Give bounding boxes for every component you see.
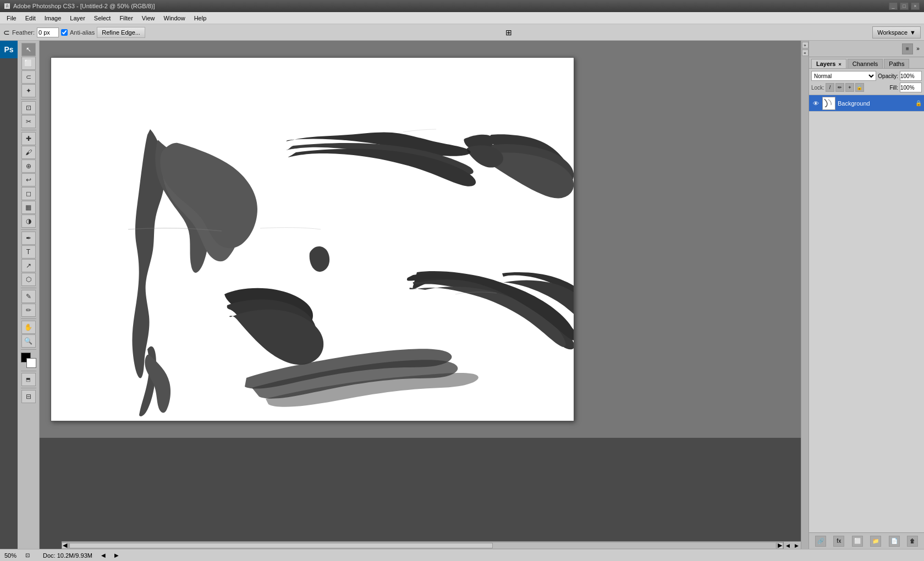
tool-crop[interactable]: ⊡ [21, 101, 36, 114]
tab-layers[interactable]: Layers × [811, 59, 846, 68]
blend-mode-select[interactable]: Normal Multiply Screen [811, 71, 876, 81]
tool-slice[interactable]: ✂ [21, 115, 36, 128]
background-color[interactable] [26, 358, 36, 368]
tool-quick-mask[interactable]: ⬒ [21, 373, 36, 386]
panel-icon-layers[interactable]: ≡ [902, 43, 913, 54]
status-arrow-left[interactable]: ◀ [101, 552, 106, 558]
title-bar-right[interactable]: _ □ × [889, 2, 920, 10]
tool-notes[interactable]: ✎ [21, 290, 36, 303]
workspace-label: Workspace [877, 29, 908, 36]
layers-list: 👁 Background 🔒 [809, 95, 924, 532]
zoom-level: 50% [4, 552, 16, 559]
zoom-fit-btn[interactable]: ⊡ [25, 552, 30, 558]
tab-paths[interactable]: Paths [884, 59, 909, 68]
left-toolbar: ↖ ⬜ ⊂ ✦ ⊡ ✂ ✚ 🖌 ⊕ ↩ ◻ ▦ ◑ ✒ T ↗ ⬡ ✎ ✏ ✋ … [18, 41, 40, 549]
new-group-btn[interactable]: 📁 [870, 536, 881, 547]
tool-separator-3 [21, 229, 36, 230]
lock-section: Lock: / ✏ + 🔒 [811, 83, 864, 92]
title-bar-left: 🅰 Adobe Photoshop CS3 - [Untitled-2 @ 50… [4, 3, 155, 9]
opacity-input[interactable] [900, 71, 922, 81]
tool-healing[interactable]: ✚ [21, 132, 36, 145]
menu-select[interactable]: Select [90, 14, 116, 23]
panel-collapse-btn[interactable]: » [802, 42, 809, 48]
tool-separator-4 [21, 288, 36, 288]
canvas-scroll-area[interactable]: ◀ ▶ ◀ ▶ [40, 41, 801, 549]
tool-separator-1 [21, 99, 36, 100]
tool-magic-wand[interactable]: ✦ [21, 84, 36, 97]
menu-filter[interactable]: Filter [115, 14, 137, 23]
tab-layers-close[interactable]: × [839, 62, 842, 67]
menu-layer[interactable]: Layer [65, 14, 90, 23]
menu-file[interactable]: File [2, 14, 21, 23]
fill-input[interactable] [900, 82, 922, 92]
scroll-right-btn[interactable]: ▶ [777, 542, 783, 549]
refine-edge-button[interactable]: Refine Edge... [97, 27, 145, 38]
tool-zoom[interactable]: 🔍 [21, 334, 36, 348]
layer-style-btn[interactable]: fx [833, 536, 844, 547]
canvas-wrapper [51, 57, 574, 421]
layer-visibility-toggle[interactable]: 👁 [811, 99, 820, 108]
layers-bottom: 🔗 fx ⬜ 📁 📄 🗑 [809, 532, 924, 549]
feather-input[interactable] [37, 28, 59, 37]
tool-hand[interactable]: ✋ [21, 321, 36, 334]
workspace-button[interactable]: Workspace ▼ [872, 26, 921, 38]
menu-help[interactable]: Help [190, 14, 211, 23]
panel-options-btn[interactable]: » [914, 45, 922, 53]
tool-pen[interactable]: ✒ [21, 232, 36, 245]
layer-item-background[interactable]: 👁 Background 🔒 [809, 95, 924, 112]
tool-separator-7 [21, 371, 36, 371]
tool-move[interactable]: ↖ [21, 43, 36, 56]
lock-image-btn[interactable]: ✏ [835, 83, 844, 92]
color-boxes[interactable] [21, 353, 36, 368]
canvas-frame [51, 58, 574, 421]
h-scroll-track[interactable] [69, 543, 776, 548]
tool-clone[interactable]: ⊕ [21, 160, 36, 173]
link-layers-btn[interactable]: 🔗 [815, 536, 826, 547]
tool-dodge[interactable]: ◑ [21, 215, 36, 228]
workspace-icon: ⊞ [505, 28, 512, 37]
layer-lock-icon: 🔒 [915, 100, 922, 106]
tool-eraser[interactable]: ◻ [21, 187, 36, 200]
tool-separator-6 [21, 349, 36, 350]
workspace-dropdown-icon: ▼ [910, 29, 916, 36]
tool-brush[interactable]: 🖌 [21, 146, 36, 159]
tool-text[interactable]: T [21, 245, 36, 258]
panel-expand-btn[interactable]: « [802, 50, 809, 56]
lock-position-btn[interactable]: + [845, 83, 854, 92]
h-scroll-thumb[interactable] [69, 543, 493, 548]
tool-marquee[interactable]: ⬜ [21, 57, 36, 70]
prev-frame-btn[interactable]: ◀ [783, 542, 792, 549]
minimize-button[interactable]: _ [889, 2, 898, 10]
antialias-checkbox[interactable] [61, 29, 68, 36]
tool-screen-mode[interactable]: ⊟ [21, 390, 36, 403]
title-bar-text: Adobe Photoshop CS3 - [Untitled-2 @ 50% … [13, 3, 155, 9]
tool-selection[interactable]: ↗ [21, 259, 36, 272]
tool-gradient[interactable]: ▦ [21, 201, 36, 214]
panel-tabs: Layers × Channels Paths [809, 57, 924, 69]
status-arrow-right[interactable]: ▶ [114, 552, 119, 558]
new-layer-btn[interactable]: 📄 [889, 536, 900, 547]
fill-row: Lock: / ✏ + 🔒 Fill: [811, 82, 922, 92]
tool-history[interactable]: ↩ [21, 173, 36, 186]
layer-mask-btn[interactable]: ⬜ [852, 536, 863, 547]
next-frame-btn[interactable]: ▶ [792, 542, 801, 549]
tool-lasso[interactable]: ⊂ [21, 70, 36, 84]
scroll-left-btn[interactable]: ◀ [62, 542, 68, 549]
menu-image[interactable]: Image [40, 14, 66, 23]
menu-window[interactable]: Window [160, 14, 190, 23]
tool-shape[interactable]: ⬡ [21, 273, 36, 286]
delete-layer-btn[interactable]: 🗑 [907, 536, 918, 547]
tool-eyedropper[interactable]: ✏ [21, 304, 36, 317]
layers-controls: Normal Multiply Screen Opacity: Lock: / … [809, 69, 924, 95]
menu-edit[interactable]: Edit [21, 14, 40, 23]
lock-all-btn[interactable]: 🔒 [855, 83, 864, 92]
maximize-button[interactable]: □ [900, 2, 909, 10]
canvas-area [40, 41, 801, 438]
tab-channels[interactable]: Channels [848, 59, 883, 68]
lock-transparent-btn[interactable]: / [826, 83, 834, 92]
options-toolbar: ⊂ Feather: Anti-alias Refine Edge... ⊞ W… [0, 24, 924, 41]
ps-app-icon: Ps [0, 41, 18, 58]
menu-view[interactable]: View [138, 14, 160, 23]
close-button[interactable]: × [911, 2, 920, 10]
h-scrollbar[interactable]: ◀ ▶ ◀ ▶ [62, 541, 801, 549]
